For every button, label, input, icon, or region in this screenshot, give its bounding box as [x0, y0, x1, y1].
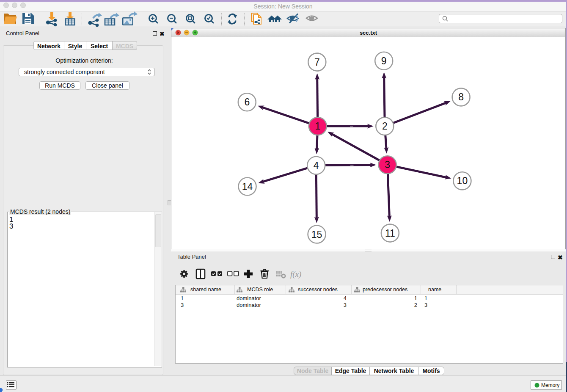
- svg-text:7: 7: [314, 57, 320, 68]
- svg-text:10: 10: [457, 175, 468, 186]
- svg-text:6: 6: [244, 97, 250, 108]
- svg-text:8: 8: [458, 91, 464, 102]
- svg-text:15: 15: [311, 229, 322, 240]
- svg-text:1: 1: [315, 121, 320, 132]
- svg-text:9: 9: [381, 55, 387, 66]
- svg-text:4: 4: [314, 160, 319, 171]
- svg-text:2: 2: [382, 121, 388, 132]
- svg-text:3: 3: [385, 159, 390, 170]
- svg-text:11: 11: [385, 228, 395, 239]
- svg-text:f(x): f(x): [290, 270, 301, 279]
- svg-text:14: 14: [242, 181, 253, 192]
